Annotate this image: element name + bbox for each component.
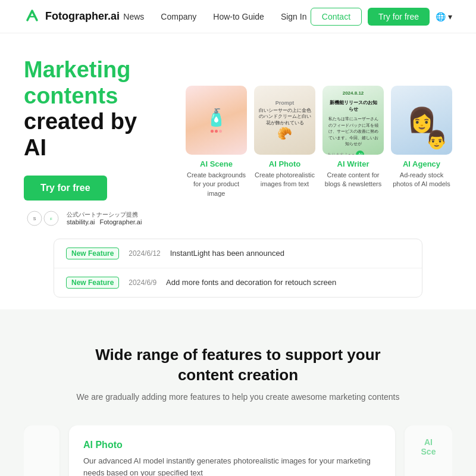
product-img-ai-photo: Prompt 白いシーサーの上に金色のハンドクリームと白い花が飾かれている 🥐 xyxy=(254,86,315,155)
try-button-hero[interactable]: Try for free xyxy=(24,176,107,201)
ai-agency-image: 👩 👨 xyxy=(391,86,452,155)
badge-ring-icon: S F xyxy=(24,210,62,227)
hero-title: Marketing contents created by AI xyxy=(24,57,155,161)
feature-card-partial-right: AI Sce xyxy=(405,425,452,476)
feature-card-ai-photo: AI Photo Our advanced AI model instantly… xyxy=(69,425,395,476)
ai-badge: AI xyxy=(356,151,364,155)
news-card: New Feature 2024/6/12 InstantLight has b… xyxy=(54,239,422,298)
news-date-0: 2024/6/12 xyxy=(129,249,160,258)
prompt-label: Prompt xyxy=(254,100,315,106)
feature-card-ai-photo-title: AI Photo xyxy=(83,440,381,450)
nav-link-news[interactable]: News xyxy=(123,12,144,21)
badge-ring: S F xyxy=(24,210,62,227)
chevron-down-icon: ▾ xyxy=(448,12,452,21)
stability-label: stability.ai xyxy=(67,218,95,226)
news-date-1: 2024/6/9 xyxy=(129,278,156,287)
hero-title-line2: contents xyxy=(24,83,118,108)
product-img-ai-agency: 👩 👨 xyxy=(391,86,452,155)
logo[interactable]: Fotographer.ai xyxy=(24,8,120,25)
writer-body: 私たちは常にユーザーさんのフィードバックに耳を傾け、サービスの改善に努めています… xyxy=(327,116,379,148)
product-img-ai-writer: 2024.8.12 新機能リリースのお知らせ 私たちは常にユーザーさんのフィード… xyxy=(322,86,384,155)
contact-button[interactable]: Contact xyxy=(311,8,362,26)
ai-photo-title: AI Photo xyxy=(254,159,315,168)
ai-photo-desc: Create photorealistic images from text xyxy=(254,171,315,189)
svg-text:S: S xyxy=(33,217,36,221)
writer-footer: ありますよ● ● AI xyxy=(327,151,379,155)
features-title: Wide range of features to support yourco… xyxy=(24,345,452,386)
language-button[interactable]: 🌐 ▾ xyxy=(436,12,452,21)
bread-icon: 🥐 xyxy=(277,127,292,140)
product-cards: 🧴 AI Scene Create backgrounds for your p… xyxy=(155,86,452,198)
nav-actions: Contact Try for free 🌐 ▾ xyxy=(311,8,452,26)
ai-sce-label: AI Sce xyxy=(416,437,440,456)
product-card-ai-scene: 🧴 AI Scene Create backgrounds for your p… xyxy=(186,86,247,198)
feature-card-ai-photo-desc: Our advanced AI model instantly generate… xyxy=(83,455,381,476)
feature-card-partial-left xyxy=(24,425,60,476)
news-text-1: Add more fonts and decoration for retouc… xyxy=(166,278,336,287)
nav-link-guide[interactable]: How-to Guide xyxy=(213,12,264,21)
news-text-0: InstantLight has been announced xyxy=(170,249,284,258)
badge-text: 公式パートナーシップ提携 xyxy=(67,211,142,218)
news-row-1: New Feature 2024/6/9 Add more fonts and … xyxy=(54,268,422,297)
news-badge-0: New Feature xyxy=(66,248,119,259)
ai-writer-image: 2024.8.12 新機能リリースのお知らせ 私たちは常にユーザーさんのフィード… xyxy=(322,86,384,155)
writer-title: 新機能リリースのお知らせ xyxy=(327,99,379,112)
features-section: Wide range of features to support yourco… xyxy=(0,309,476,476)
try-button-nav[interactable]: Try for free xyxy=(368,8,430,26)
fotographer-label: Fotographer.ai xyxy=(99,218,142,226)
badge-logos: stability.ai Fotographer.ai xyxy=(67,218,142,226)
hero-title-line3: created by AI xyxy=(24,109,137,160)
news-badge-1: New Feature xyxy=(66,277,119,289)
product-card-ai-writer: 2024.8.12 新機能リリースのお知らせ 私たちは常にユーザーさんのフィード… xyxy=(322,86,384,198)
logo-icon xyxy=(24,8,40,25)
ai-writer-title: AI Writer xyxy=(322,159,384,168)
hero-section: Marketing contents created by AI Try for… xyxy=(0,33,476,239)
ai-agency-title: AI Agency xyxy=(391,159,452,168)
hero-title-line1: Marketing xyxy=(24,57,130,82)
product-card-ai-photo: Prompt 白いシーサーの上に金色のハンドクリームと白い花が飾かれている 🥐 … xyxy=(254,86,315,198)
hero-badges: S F 公式パートナーシップ提携 stability.ai Fotographe… xyxy=(24,210,155,227)
ai-scene-title: AI Scene xyxy=(186,159,247,168)
product-card-ai-agency: 👩 👨 AI Agency Ad-ready stock photos of A… xyxy=(391,86,452,198)
features-subtitle: We are gradually adding more features to… xyxy=(24,392,452,402)
ai-agency-desc: Ad-ready stock photos of AI models xyxy=(391,171,452,189)
photo-content: Prompt 白いシーサーの上に金色のハンドクリームと白い花が飾かれている 🥐 xyxy=(254,100,315,141)
ai-scene-image: 🧴 xyxy=(186,86,247,155)
product-img-ai-scene: 🧴 xyxy=(186,86,247,155)
bottle-icon: 🧴 xyxy=(206,108,227,127)
hero-left: Marketing contents created by AI Try for… xyxy=(24,57,155,227)
svg-text:F: F xyxy=(50,217,52,221)
ai-writer-desc: Create content for blogs & newsletters xyxy=(322,171,384,189)
scene-dots xyxy=(211,130,222,133)
nav-links: News Company How-to Guide Sign In xyxy=(123,12,306,21)
ai-photo-image: Prompt 白いシーサーの上に金色のハンドクリームと白い花が飾かれている 🥐 xyxy=(254,86,315,155)
logo-text: Fotographer.ai xyxy=(45,10,120,23)
navbar: Fotographer.ai News Company How-to Guide… xyxy=(0,0,476,33)
ai-scene-desc: Create backgrounds for your product imag… xyxy=(186,171,247,198)
nav-link-signin[interactable]: Sign In xyxy=(281,12,307,21)
badge-labels: 公式パートナーシップ提携 stability.ai Fotographer.ai xyxy=(67,211,142,226)
person2-icon: 👨 xyxy=(425,129,447,150)
news-row-0: New Feature 2024/6/12 InstantLight has b… xyxy=(54,239,422,268)
nav-link-company[interactable]: Company xyxy=(161,12,196,21)
prompt-text: 白いシーサーの上に金色のハンドクリームと白い花が飾かれている xyxy=(254,108,315,127)
news-section: New Feature 2024/6/12 InstantLight has b… xyxy=(0,239,476,309)
globe-icon: 🌐 xyxy=(436,12,446,21)
writer-date: 2024.8.12 xyxy=(327,90,379,96)
